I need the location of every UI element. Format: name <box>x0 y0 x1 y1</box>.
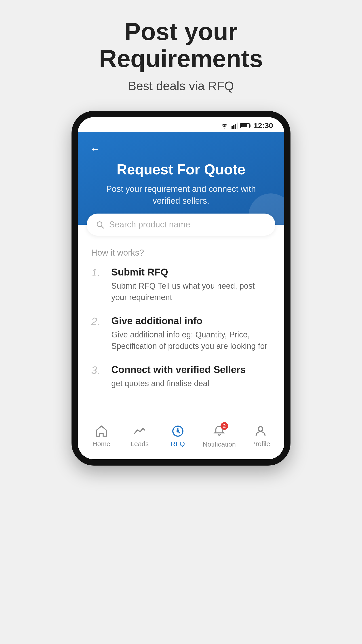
step-1-number: 1. <box>91 266 105 279</box>
step-2-desc: Give additional info eg: Quantity, Price… <box>111 329 271 352</box>
step-2-title: Give additional info <box>111 315 271 326</box>
svg-rect-3 <box>237 122 238 129</box>
nav-rfq-label: RFQ <box>171 440 185 448</box>
step-1-content: Submit RFQ Submit RFQ Tell us what you n… <box>111 266 271 303</box>
page-title: Post your Requirements <box>99 18 263 72</box>
nav-notification-label: Notification <box>203 440 236 448</box>
phone-screen: 12:30 ← Request For Quote Post your requ… <box>78 117 284 459</box>
svg-point-7 <box>177 430 179 433</box>
rfq-icon <box>171 424 185 438</box>
battery-fill <box>241 124 247 127</box>
nav-item-notification[interactable]: 2 Notification <box>203 424 236 448</box>
title-line1: Post your <box>124 18 238 45</box>
step-2-content: Give additional info Give additional inf… <box>111 315 271 352</box>
nav-item-home[interactable]: Home <box>88 424 115 448</box>
bottom-nav: Home Leads RFQ <box>78 417 284 459</box>
search-placeholder: Search product name <box>109 220 266 230</box>
svg-point-8 <box>258 427 263 431</box>
step-3-desc: get quotes and finalise deal <box>111 378 246 389</box>
signal-icon <box>231 122 238 129</box>
how-it-works-section: How it works? 1. Submit RFQ Submit RFQ T… <box>78 236 284 408</box>
nav-item-profile[interactable]: Profile <box>247 424 274 448</box>
svg-rect-2 <box>235 124 236 128</box>
status-time: 12:30 <box>254 121 273 130</box>
step-3: 3. Connect with verified Sellers get quo… <box>91 364 271 389</box>
step-1-desc: Submit RFQ Tell us what you need, post y… <box>111 280 271 303</box>
leads-icon <box>133 424 146 438</box>
profile-icon <box>254 424 267 438</box>
title-line2: Requirements <box>99 45 263 72</box>
notification-badge: 2 <box>221 422 228 430</box>
step-1-title: Submit RFQ <box>111 266 271 278</box>
step-3-content: Connect with verified Sellers get quotes… <box>111 364 246 389</box>
search-bar[interactable]: Search product name <box>87 214 275 236</box>
step-3-title: Connect with verified Sellers <box>111 364 246 375</box>
battery-icon <box>240 123 250 128</box>
status-icons: 12:30 <box>220 121 273 130</box>
nav-leads-label: Leads <box>130 440 149 448</box>
svg-rect-1 <box>233 125 235 129</box>
back-button[interactable]: ← <box>90 143 100 154</box>
svg-line-5 <box>101 226 103 228</box>
search-icon <box>96 220 105 229</box>
app-header: ← Request For Quote Post your requiremen… <box>78 132 284 225</box>
how-it-works-title: How it works? <box>91 248 271 258</box>
nav-item-leads[interactable]: Leads <box>126 424 153 448</box>
nav-profile-label: Profile <box>251 440 270 448</box>
notification-wrapper: 2 <box>213 424 226 438</box>
step-3-number: 3. <box>91 364 105 376</box>
home-icon <box>95 424 108 438</box>
rfq-subtitle: Post your requirement and connect withve… <box>90 183 272 207</box>
rfq-title: Request For Quote <box>90 161 272 178</box>
wifi-icon <box>220 122 229 129</box>
nav-home-label: Home <box>92 440 110 448</box>
step-2-number: 2. <box>91 315 105 328</box>
svg-rect-0 <box>232 126 233 128</box>
page-subtitle: Best deals via RFQ <box>128 79 234 93</box>
step-1: 1. Submit RFQ Submit RFQ Tell us what yo… <box>91 266 271 303</box>
status-bar: 12:30 <box>78 117 284 132</box>
nav-item-rfq[interactable]: RFQ <box>164 424 191 448</box>
content-area: How it works? 1. Submit RFQ Submit RFQ T… <box>78 236 284 417</box>
step-2: 2. Give additional info Give additional … <box>91 315 271 352</box>
phone-frame: 12:30 ← Request For Quote Post your requ… <box>71 111 291 466</box>
